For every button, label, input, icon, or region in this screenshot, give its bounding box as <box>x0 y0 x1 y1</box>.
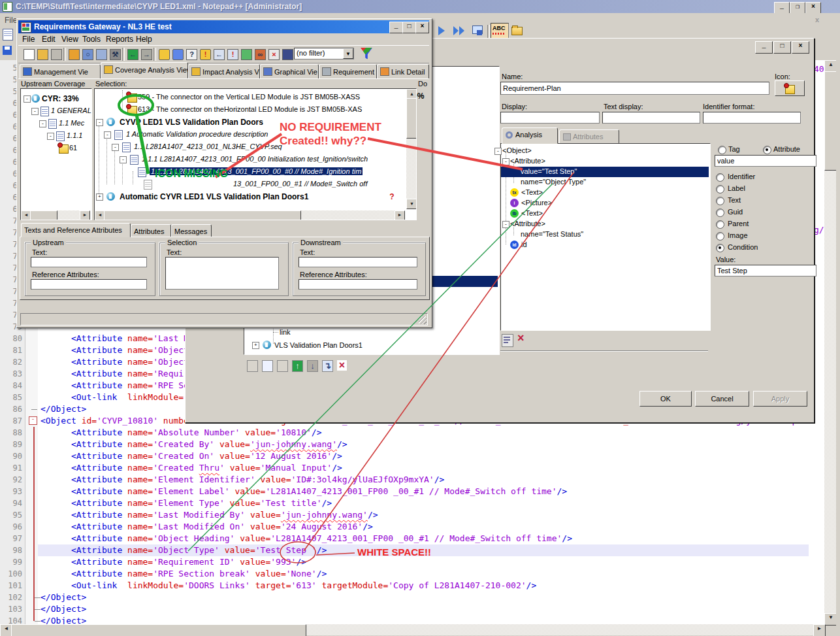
tab-attributes[interactable]: Attributes <box>131 224 171 237</box>
code-line[interactable]: 91 <Attribute name='Created Thru' value=… <box>0 462 809 474</box>
radio-parent[interactable] <box>716 220 724 229</box>
xml-tree-item[interactable]: <Attribute> <box>510 157 545 165</box>
expand-icon[interactable]: - <box>39 120 46 127</box>
xml-tree-item[interactable]: <Text> <box>521 209 543 217</box>
rg-menu-tools[interactable]: Tools <box>82 35 101 44</box>
note-down-blue-icon[interactable] <box>171 48 184 61</box>
copy-item-icon[interactable] <box>276 359 289 372</box>
copy-green-icon[interactable] <box>240 48 253 61</box>
rg-menu-file[interactable]: File <box>22 35 35 44</box>
cancel-button[interactable]: Cancel <box>695 391 749 407</box>
code-line[interactable]: 102</Object> <box>0 592 809 603</box>
npp-minimize-button[interactable]: _ <box>774 2 790 14</box>
search-document-icon[interactable]: ○ <box>81 48 94 61</box>
ok-button[interactable]: OK <box>639 391 692 407</box>
radio-tag[interactable] <box>718 146 726 154</box>
rg-menu-edit[interactable]: Edit <box>42 35 56 44</box>
upstream-refattr-input[interactable] <box>31 279 147 290</box>
tree-item[interactable]: 13_001_FP00_00_#1 // Mode#_Switch off <box>233 180 367 188</box>
copy-document-icon[interactable] <box>95 48 108 61</box>
dialog-close-button[interactable]: × <box>792 41 809 54</box>
radio-condition[interactable] <box>716 244 724 252</box>
back-icon[interactable]: ← <box>126 48 139 61</box>
tab-management-vie[interactable]: Management Vie <box>20 64 101 78</box>
monitor-icon[interactable] <box>472 25 485 38</box>
selection-vscrollbar[interactable]: ▲ ▼ <box>406 89 416 209</box>
tree-item-module[interactable]: VLS Validation Plan Doors1 <box>274 341 363 349</box>
resize-grip[interactable] <box>419 316 427 324</box>
dialog-minimize-button[interactable]: _ <box>755 41 773 54</box>
xml-tree-item[interactable]: id <box>521 241 527 248</box>
upstream-text-input[interactable] <box>31 257 147 267</box>
tab-graphical-vie[interactable]: Graphical Vie <box>260 64 319 78</box>
tree-item[interactable]: CYVP LED1 VLS Validation Plan Doors <box>120 118 263 127</box>
rg-titlebar[interactable]: Requirements Gateway - NL3 HE test _ □ × <box>18 20 429 33</box>
new-item-icon[interactable] <box>246 359 259 372</box>
export-document-icon[interactable] <box>67 48 80 61</box>
new-document-icon[interactable] <box>22 48 35 61</box>
expand-icon[interactable]: - <box>494 148 502 155</box>
radio-guid[interactable] <box>716 209 724 217</box>
tab-texts-and-reference-attributes[interactable]: Texts and Reference Attributes <box>21 223 131 237</box>
tab-coverage-analysis-view[interactable]: Coverage Analysis View <box>101 62 188 78</box>
code-line[interactable]: 88 <Attribute name='Absolute Number' val… <box>0 427 809 439</box>
name-input[interactable] <box>500 82 769 95</box>
expand-icon[interactable]: - <box>31 108 39 115</box>
code-line[interactable]: 90 <Attribute name='Created On' value='1… <box>0 450 809 462</box>
xml-tree-item[interactable]: <Picture> <box>521 199 552 207</box>
note-exclamation-icon[interactable]: ! <box>199 48 212 61</box>
xml-tree-item[interactable]: <Object> <box>502 146 532 154</box>
rg-minimize-button[interactable]: _ <box>389 22 403 33</box>
code-line[interactable]: 97 <Attribute name='Object Heading' valu… <box>0 533 809 544</box>
code-line[interactable]: 89 <Attribute name='Created By' value='j… <box>0 439 809 450</box>
new-document-icon[interactable] <box>3 29 13 41</box>
rg-menu-reports[interactable]: Reports <box>106 35 133 44</box>
code-line[interactable]: 99 <Attribute name='Requirement ID' valu… <box>0 556 809 568</box>
code-line[interactable]: 103</Object> <box>0 603 809 615</box>
code-line[interactable]: 96 <Attribute name='Last Modified On' va… <box>0 521 809 533</box>
rg-maximize-button[interactable]: □ <box>402 22 416 33</box>
delete-icon[interactable]: × <box>336 359 349 372</box>
tab-analysis[interactable]: Analysis <box>502 127 558 144</box>
expand-icon[interactable]: - <box>112 144 119 151</box>
text-display-input[interactable] <box>602 112 700 124</box>
rg-close-button[interactable]: × <box>415 22 429 33</box>
tab-link-detail[interactable]: Link Detail <box>377 64 429 78</box>
import-item-icon[interactable]: ↴ <box>321 359 334 372</box>
delete-x-icon[interactable]: × <box>517 331 525 345</box>
tree-item[interactable]: CYR: 33% <box>42 94 79 103</box>
expand-icon[interactable]: - <box>120 156 127 163</box>
rg-menu-help[interactable]: Help <box>136 35 152 44</box>
delete-document-icon[interactable]: × <box>267 48 280 61</box>
expand-icon[interactable]: - <box>104 131 111 139</box>
upstream-hscrollbar[interactable]: ◄ ► <box>21 210 90 220</box>
tab-requirement-deta[interactable]: Requirement Deta <box>319 64 377 78</box>
radio-attribute[interactable] <box>763 146 771 154</box>
expand-icon[interactable]: - <box>24 95 31 103</box>
note-down-yellow-icon[interactable] <box>157 48 170 61</box>
combo-dropdown-button[interactable]: ▼ <box>343 48 353 59</box>
tree-item[interactable]: 1.1.1 <box>67 131 82 139</box>
expand-icon[interactable]: - <box>47 133 54 140</box>
open-folder-icon[interactable] <box>511 27 523 35</box>
code-line[interactable]: 95 <Attribute name='Last Modified By' va… <box>0 509 809 521</box>
edit-item-icon[interactable] <box>261 359 274 372</box>
tree-item-link[interactable]: link <box>280 328 291 336</box>
dark-document-icon[interactable] <box>281 48 294 61</box>
xml-analysis-tree[interactable]: -<Object>-<Attribute>value="Test Step"na… <box>500 143 711 331</box>
downstream-refattr-input[interactable] <box>299 279 417 290</box>
downstream-text-input[interactable] <box>299 257 417 267</box>
code-line[interactable]: 100 <Attribute name='RPE Section break' … <box>0 568 809 580</box>
move-down-icon[interactable]: ↓ <box>306 359 319 372</box>
condition-value-input[interactable] <box>715 265 816 276</box>
code-line[interactable]: 92 <Attribute name='Element Identifier' … <box>0 474 809 486</box>
upstream-tree[interactable]: ◄ ► -CYR: 33%-1 GENERAL-1.1 Mec-1.1.161 <box>20 88 92 220</box>
doc-close-x-icon[interactable]: x <box>815 16 819 24</box>
tree-item[interactable]: Automatic CYVR LED1 VLS Validation Plan … <box>120 192 308 201</box>
code-line[interactable]: 93 <Attribute name='Element Label' value… <box>0 486 809 497</box>
xml-tree-item[interactable]: name="Object Type" <box>521 178 586 186</box>
move-up-icon[interactable]: ↑ <box>291 359 304 372</box>
icon-button[interactable] <box>775 80 805 96</box>
tab-attributes[interactable]: Attributes <box>559 129 619 144</box>
display-input[interactable] <box>500 112 600 124</box>
